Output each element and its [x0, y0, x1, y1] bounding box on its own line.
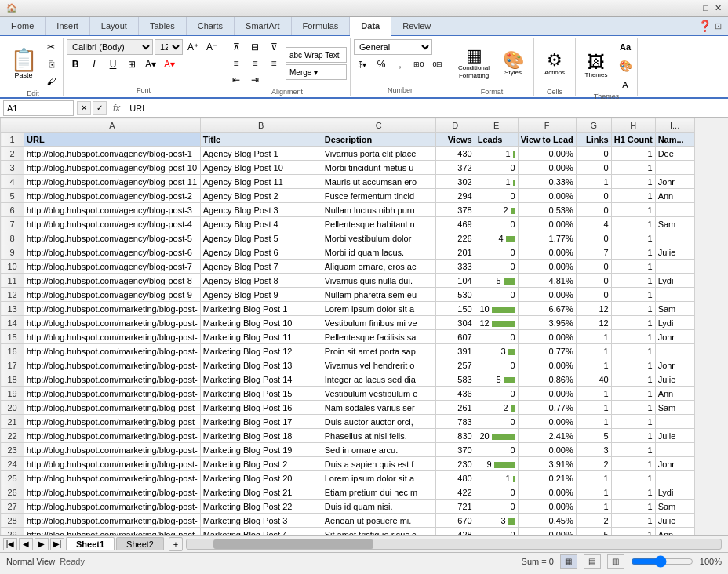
cell-row23-col3[interactable]: 370	[435, 443, 475, 457]
cell-row22-col0[interactable]: http://blog.hubspot.com/marketing/blog-p…	[24, 429, 201, 443]
cell-row12-col0[interactable]: http://blog.hubspot.com/agency/blog-post…	[24, 288, 201, 302]
cell-row17-col1[interactable]: Marketing Blog Post 13	[200, 358, 322, 372]
font-color-button[interactable]: A▾	[161, 56, 178, 72]
cell-row26-col1[interactable]: Marketing Blog Post 21	[200, 485, 322, 500]
cell-row9-col2[interactable]: Morbi id quam lacus.	[322, 245, 435, 260]
add-sheet-button[interactable]: +	[169, 537, 183, 551]
cell-row11-col2[interactable]: Vivamus quis nulla dui.	[322, 274, 435, 288]
cell-row19-col0[interactable]: http://blog.hubspot.com/marketing/blog-p…	[24, 387, 201, 401]
cell-row27-col3[interactable]: 721	[435, 500, 475, 514]
view-normal-btn[interactable]: Normal View	[6, 557, 55, 566]
cell-row22-col8[interactable]: Julie	[655, 429, 694, 443]
cell-row18-col2[interactable]: Integer ac lacus sed dia	[322, 372, 435, 387]
cell-row3-col0[interactable]: http://blog.hubspot.com/agency/blog-post…	[24, 161, 201, 175]
decrease-font-btn[interactable]: A⁻	[203, 39, 220, 55]
cell-row21-col2[interactable]: Duis auctor auctor orci,	[322, 415, 435, 429]
col-header-F[interactable]: F	[518, 118, 576, 133]
page-layout-btn[interactable]: ▤	[584, 554, 601, 569]
copy-button[interactable]: ⎘	[42, 56, 60, 72]
cell-row20-col8[interactable]: Sam	[655, 401, 694, 415]
cell-row16-col6[interactable]: 1	[576, 344, 611, 358]
cell-row6-col8[interactable]	[655, 203, 694, 217]
cell-row29-col0[interactable]: http://blog.hubspot.com/marketing/blog-p…	[24, 528, 201, 536]
cell-row28-col6[interactable]: 2	[576, 514, 611, 528]
formula-input[interactable]	[126, 103, 725, 114]
cell-row15-col2[interactable]: Pellentesque facilisis sa	[322, 330, 435, 344]
cell-row11-col0[interactable]: http://blog.hubspot.com/agency/blog-post…	[24, 274, 201, 288]
cell-row21-col5[interactable]: 0.00%	[518, 415, 576, 429]
cell-row12-col5[interactable]: 0.00%	[518, 288, 576, 302]
cell-row22-col1[interactable]: Marketing Blog Post 18	[200, 429, 322, 443]
cell-row6-col3[interactable]: 378	[435, 203, 475, 217]
cell-row25-col6[interactable]: 1	[576, 471, 611, 485]
cell-row29-col7[interactable]: 1	[611, 528, 655, 536]
cell-row27-col2[interactable]: Duis id quam nisi.	[322, 500, 435, 514]
cell-row7-col7[interactable]: 1	[611, 217, 655, 231]
cell-row14-col6[interactable]: 12	[576, 316, 611, 330]
cell-row28-col8[interactable]: Julie	[655, 514, 694, 528]
cell-row27-col6[interactable]: 1	[576, 500, 611, 514]
cell-row4-col1[interactable]: Agency Blog Post 11	[200, 175, 322, 189]
cell-row15-col4[interactable]: 0	[475, 330, 518, 344]
font-name-select[interactable]: Calibri (Body)	[67, 39, 153, 55]
cell-row27-col5[interactable]: 0.00%	[518, 500, 576, 514]
cell-row10-col5[interactable]: 0.00%	[518, 260, 576, 274]
cell-row15-col6[interactable]: 1	[576, 330, 611, 344]
cell-row16-col4[interactable]: 3	[475, 344, 518, 358]
cell-row23-col7[interactable]: 1	[611, 443, 655, 457]
wrap-text-button[interactable]: abc Wrap Text	[286, 47, 347, 63]
paste-button[interactable]: 📋 Paste	[6, 40, 41, 89]
cell-row18-col7[interactable]: 1	[611, 372, 655, 387]
sheet-nav-first[interactable]: |◀	[3, 538, 17, 550]
cell-row26-col6[interactable]: 1	[576, 485, 611, 500]
cell-row6-col7[interactable]: 1	[611, 203, 655, 217]
cell-row13-col1[interactable]: Marketing Blog Post 1	[200, 302, 322, 316]
cell-row6-col6[interactable]: 0	[576, 203, 611, 217]
cell-row29-col8[interactable]: Ann	[655, 528, 694, 536]
cell-row18-col8[interactable]: Julie	[655, 372, 694, 387]
cell-row17-col6[interactable]: 1	[576, 358, 611, 372]
cell-row18-col6[interactable]: 40	[576, 372, 611, 387]
sheet-tab-sheet1[interactable]: Sheet1	[66, 537, 115, 550]
cell-row20-col4[interactable]: 2	[475, 401, 518, 415]
cell-row15-col5[interactable]: 0.00%	[518, 330, 576, 344]
cell-row27-col4[interactable]: 0	[475, 500, 518, 514]
cell-row16-col7[interactable]: 1	[611, 344, 655, 358]
bold-button[interactable]: B	[67, 56, 84, 72]
cell-row27-col0[interactable]: http://blog.hubspot.com/marketing/blog-p…	[24, 500, 201, 514]
confirm-formula-btn[interactable]: ✓	[93, 101, 107, 115]
cell-row20-col7[interactable]: 1	[611, 401, 655, 415]
cell-row4-col7[interactable]: 1	[611, 175, 655, 189]
cell-row19-col7[interactable]: 1	[611, 387, 655, 401]
cell-row14-col2[interactable]: Vestibulum finibus mi ve	[322, 316, 435, 330]
align-left-btn[interactable]: ≡	[228, 56, 245, 71]
cell-row12-col2[interactable]: Nullam pharetra sem eu	[322, 288, 435, 302]
cell-row3-col6[interactable]: 0	[576, 161, 611, 175]
cell-row23-col1[interactable]: Marketing Blog Post 19	[200, 443, 322, 457]
cell-row16-col2[interactable]: Proin sit amet porta sap	[322, 344, 435, 358]
cell-row14-col3[interactable]: 304	[435, 316, 475, 330]
cell-row18-col0[interactable]: http://blog.hubspot.com/marketing/blog-p…	[24, 372, 201, 387]
themes-button[interactable]: 🖼 Themes	[579, 42, 613, 90]
theme-aa-btn[interactable]: Aa	[617, 39, 634, 55]
cell-row17-col3[interactable]: 257	[435, 358, 475, 372]
tab-charts[interactable]: Charts	[187, 17, 235, 35]
cell-row15-col3[interactable]: 607	[435, 330, 475, 344]
cell-row16-col0[interactable]: http://blog.hubspot.com/marketing/blog-p…	[24, 344, 201, 358]
cell-row19-col4[interactable]: 0	[475, 387, 518, 401]
cell-row13-col0[interactable]: http://blog.hubspot.com/marketing/blog-p…	[24, 302, 201, 316]
cell-row19-col8[interactable]: Ann	[655, 387, 694, 401]
merge-button[interactable]: Merge ▾	[286, 64, 347, 80]
cell-row29-col1[interactable]: Marketing Blog Post 4	[200, 528, 322, 536]
cell-row14-col4[interactable]: 12	[475, 316, 518, 330]
align-right-btn[interactable]: ≡	[265, 56, 282, 71]
cell-row10-col0[interactable]: http://blog.hubspot.com/agency/blog-post…	[24, 260, 201, 274]
cell-row2-col2[interactable]: Vivamus porta elit place	[322, 147, 435, 161]
cell-row29-col4[interactable]: 0	[475, 528, 518, 536]
cell-A1[interactable]: URL	[24, 133, 201, 147]
align-bottom-btn[interactable]: ⊽	[265, 39, 282, 55]
zoom-slider[interactable]	[631, 555, 693, 568]
cell-row28-col3[interactable]: 670	[435, 514, 475, 528]
cell-row12-col4[interactable]: 0	[475, 288, 518, 302]
cell-row5-col0[interactable]: http://blog.hubspot.com/agency/blog-post…	[24, 189, 201, 203]
